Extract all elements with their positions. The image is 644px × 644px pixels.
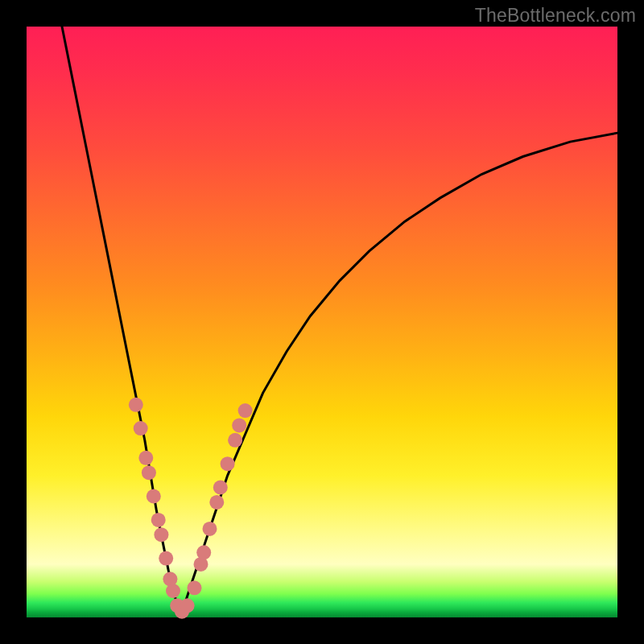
highlight-dot	[188, 580, 202, 595]
highlight-dot	[134, 421, 148, 436]
highlight-dot	[138, 451, 153, 465]
highlight-dot	[142, 465, 156, 480]
plot-area	[27, 27, 617, 617]
highlight-dot	[228, 433, 242, 448]
highlight-dot	[159, 551, 173, 566]
highlight-dot	[166, 584, 180, 598]
bottleneck-curve-right	[180, 133, 617, 613]
highlight-dot	[154, 527, 168, 542]
chart-frame: TheBottleneck.com	[0, 0, 644, 644]
watermark-text: TheBottleneck.com	[475, 5, 636, 27]
highlight-dot	[203, 522, 217, 536]
highlight-dot	[209, 495, 224, 510]
highlight-dot	[213, 481, 228, 495]
highlight-dot	[221, 456, 235, 471]
highlight-dot	[180, 598, 195, 613]
curve-svg	[27, 27, 617, 617]
highlight-dot	[151, 513, 166, 527]
highlight-dot	[147, 489, 161, 504]
highlight-dot	[232, 418, 246, 432]
highlight-dots	[129, 398, 253, 619]
highlight-dot	[196, 545, 211, 559]
highlight-dot	[129, 398, 143, 412]
highlight-dot	[238, 403, 253, 418]
